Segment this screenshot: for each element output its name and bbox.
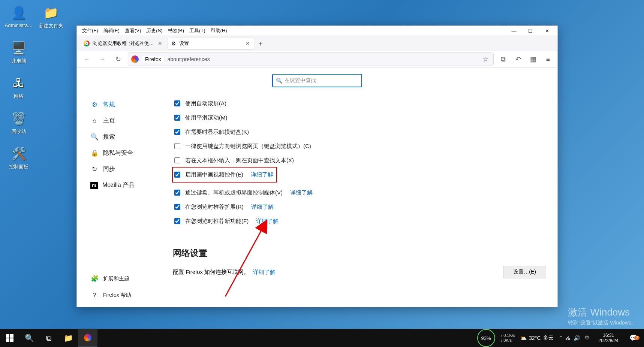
desktop-icon-label: 回收站: [4, 128, 34, 135]
checkbox-mediacontrol[interactable]: [174, 190, 180, 196]
option-mediacontrol: 通过键盘、耳机或虚拟界面控制媒体(V) 详细了解: [173, 188, 546, 197]
watermark-subtitle: 转到"设置"以激活 Windows。: [568, 320, 637, 326]
sidebar-item-home[interactable]: ⌂ 主页: [87, 114, 165, 128]
sidebar-item-privacy[interactable]: 🔒 隐私与安全: [87, 146, 165, 160]
menu-view[interactable]: 查看(V): [123, 27, 143, 35]
close-button[interactable]: ✕: [539, 26, 554, 35]
weather-widget[interactable]: ⛅ 32°C 多云: [520, 335, 553, 341]
option-label: 一律使用键盘方向键浏览网页（键盘浏览模式）(C): [185, 143, 311, 150]
settings-search-input[interactable]: 🔍 在设置中查找: [272, 74, 362, 87]
desktop-icon-label: 控制面板: [4, 163, 34, 170]
user-icon: 👤: [10, 4, 27, 21]
option-label: 启用画中画视频控件(E): [185, 171, 243, 178]
close-tab-icon[interactable]: ✕: [158, 40, 162, 46]
option-label: 若在文本框外输入，则在页面中查找文本(X): [185, 157, 294, 164]
desktop-icon-thispc[interactable]: 🖥️ 此电脑: [4, 40, 34, 72]
chrome-icon: [84, 40, 90, 46]
screenshot-icon[interactable]: ⧉: [497, 54, 509, 65]
checkbox-autoscroll[interactable]: [174, 100, 180, 106]
app-menu-icon[interactable]: ≡: [542, 54, 554, 65]
learn-more-link[interactable]: 详细了解: [290, 189, 313, 196]
battery-indicator[interactable]: 93%: [477, 329, 495, 347]
tab-title: 设置: [179, 40, 243, 47]
option-label: 在您浏览时推荐扩展(R): [185, 203, 244, 211]
sidebar-item-label: Firefox 帮助: [103, 292, 131, 299]
taskbar-search-button[interactable]: 🔍: [19, 329, 39, 347]
tiles-icon[interactable]: ▦: [527, 54, 539, 65]
taskbar-explorer[interactable]: 📁: [58, 329, 78, 347]
firefox-icon: [131, 55, 139, 63]
menu-help[interactable]: 帮助(H): [208, 27, 229, 35]
weather-temp: 32°C: [529, 335, 541, 341]
desktop-icon-admin[interactable]: 👤 Administra…: [4, 4, 34, 37]
sidebar-item-general[interactable]: ⚙ 常规: [87, 98, 165, 112]
network-tray-icon[interactable]: 🖧: [565, 335, 571, 341]
url-bar[interactable]: Firefox about:preferences ☆: [128, 52, 494, 66]
undo-icon[interactable]: ↶: [512, 54, 524, 65]
sidebar-item-extensions[interactable]: 🧩 扩展和主题: [87, 272, 165, 286]
sidebar-item-help[interactable]: ？ Firefox 帮助: [87, 288, 165, 302]
desktop-icon-label: 网络: [4, 93, 34, 100]
notif-badge: 2: [634, 336, 640, 340]
tab-settings[interactable]: ⚙ 设置 ✕: [168, 38, 254, 49]
menu-tools[interactable]: 工具(T): [187, 27, 208, 35]
close-tab-icon[interactable]: ✕: [246, 40, 250, 46]
checkbox-recommend-feat[interactable]: [174, 218, 180, 224]
menu-file[interactable]: 文件(F): [80, 27, 100, 35]
checkbox-caretbrowsing[interactable]: [174, 143, 180, 149]
forward-button[interactable]: →: [96, 53, 108, 65]
option-label: 使用自动滚屏(A): [185, 100, 226, 107]
sidebar-item-label: 常规: [103, 101, 115, 109]
menu-edit[interactable]: 编辑(E): [101, 27, 122, 35]
taskview-button[interactable]: ⧉: [39, 329, 58, 347]
menu-history[interactable]: 历史(S): [144, 27, 165, 35]
desktop-icon-network[interactable]: 🖧 网络: [4, 75, 34, 107]
desktop-icon-newfolder[interactable]: 📁 新建文件夹: [36, 4, 66, 37]
taskbar-firefox[interactable]: [78, 329, 97, 347]
desktop-icons-col1: 👤 Administra… 🖥️ 此电脑 🖧 网络 🗑️ 回收站 🛠️ 控制面板: [4, 3, 34, 181]
checkbox-touchkeyboard[interactable]: [174, 129, 180, 135]
checkbox-smoothscroll[interactable]: [174, 115, 180, 121]
reload-button[interactable]: ↻: [112, 53, 124, 65]
tab-title: 浏览器实用教程_浏览器使用方法: [93, 40, 155, 47]
tab-browser-tutorial[interactable]: 浏览器实用教程_浏览器使用方法 ✕: [80, 38, 166, 49]
taskbar-clock[interactable]: 16:31 2022/8/24: [595, 333, 622, 343]
new-tab-button[interactable]: ＋: [255, 38, 266, 49]
option-label: 通过键盘、耳机或虚拟界面控制媒体(V): [185, 189, 283, 196]
checkbox-pip[interactable]: [174, 172, 180, 178]
tab-strip: 浏览器实用教程_浏览器使用方法 ✕ ⚙ 设置 ✕ ＋: [77, 36, 557, 51]
back-button[interactable]: ←: [81, 53, 93, 65]
checkbox-recommend-ext[interactable]: [174, 204, 180, 210]
learn-more-link[interactable]: 详细了解: [251, 203, 274, 211]
maximize-button[interactable]: ☐: [523, 26, 538, 35]
start-button[interactable]: [0, 329, 19, 347]
desktop-icon-recycle[interactable]: 🗑️ 回收站: [4, 110, 34, 142]
network-settings-button[interactable]: 设置…(E): [503, 266, 546, 278]
checkbox-searchontype[interactable]: [174, 157, 180, 163]
menu-bar: 文件(F) 编辑(E) 查看(V) 历史(S) 书签(B) 工具(T) 帮助(H…: [77, 26, 557, 36]
learn-more-link[interactable]: 详细了解: [256, 218, 279, 225]
svg-rect-1: [6, 334, 9, 338]
gear-icon: ⚙: [171, 40, 176, 46]
urlbar-brand: Firefox: [142, 55, 165, 63]
weather-desc: 多云: [543, 335, 554, 341]
desktop-icon-controlpanel[interactable]: 🛠️ 控制面板: [4, 145, 34, 178]
sidebar-item-search[interactable]: 🔍 搜索: [87, 130, 165, 144]
learn-more-link[interactable]: 详细了解: [251, 171, 273, 178]
svg-rect-2: [10, 334, 13, 338]
sidebar-item-mozilla[interactable]: m Mozilla 产品: [87, 178, 165, 192]
sidebar-item-sync[interactable]: ↻ 同步: [87, 162, 165, 176]
learn-more-link[interactable]: 详细了解: [253, 269, 276, 275]
tray-icons: ˄ 🖧 🔊: [560, 335, 580, 341]
bookmark-star-icon[interactable]: ☆: [481, 55, 490, 63]
action-center-icon[interactable]: 💬2: [625, 334, 642, 342]
menu-bookmarks[interactable]: 书签(B): [166, 27, 186, 35]
search-icon: 🔍: [276, 78, 282, 84]
minimize-button[interactable]: —: [506, 26, 521, 35]
section-divider: [173, 239, 546, 239]
puzzle-icon: 🧩: [90, 275, 99, 283]
speaker-icon[interactable]: 🔊: [574, 335, 580, 341]
chevron-up-icon[interactable]: ˄: [560, 335, 562, 341]
option-label: 使用平滑滚动(M): [185, 114, 228, 121]
ime-indicator[interactable]: 中: [583, 334, 592, 343]
